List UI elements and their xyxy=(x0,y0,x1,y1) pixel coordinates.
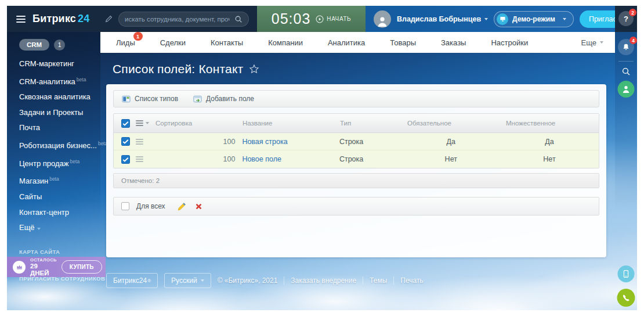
help-badge: 2 xyxy=(629,9,636,16)
notifications-bell-icon[interactable]: 4 xyxy=(618,39,634,55)
select-all-checkbox[interactable] xyxy=(114,119,136,128)
notifications-badge: 4 xyxy=(629,37,637,44)
crm-counter-badge[interactable]: 1 xyxy=(54,40,65,51)
tab-deals[interactable]: Сделки xyxy=(160,38,186,47)
tab-leads[interactable]: Лиды1 xyxy=(116,38,135,47)
help-icon[interactable]: ? 2 xyxy=(618,11,634,26)
bitrix24-app-window: Битрикс24 05:03 НАЧАТЬ xyxy=(7,6,637,310)
tab-settings[interactable]: Настройки xyxy=(491,38,528,47)
footer-divider xyxy=(363,276,363,285)
drag-handle-icon xyxy=(136,139,143,145)
sidebar-item-crm-analytics[interactable]: CRM-аналитикаbeta xyxy=(19,72,100,90)
sidebar-item-end-to-end-analytics[interactable]: Сквозная аналитика xyxy=(19,89,100,105)
table-header-row: Сортировка Название Тип Обязательное Мно… xyxy=(114,114,599,133)
language-selector[interactable]: Русский xyxy=(164,273,211,288)
sidebar-item-sites[interactable]: Сайты xyxy=(19,189,100,205)
tab-more[interactable]: Еще xyxy=(581,38,603,47)
column-header-multiple[interactable]: Множественное xyxy=(501,120,599,127)
timer-value: 05:03 xyxy=(272,10,311,27)
field-name-link[interactable]: Новая строка xyxy=(242,138,287,146)
sidebar-item-contact-center[interactable]: Контакт-центр xyxy=(19,205,100,221)
row-drag-handle[interactable] xyxy=(136,156,155,162)
table-settings-menu[interactable] xyxy=(136,120,155,126)
cell-type: Строка xyxy=(334,138,402,146)
search-zone xyxy=(103,6,257,32)
mobile-app-icon[interactable] xyxy=(618,265,635,282)
play-icon xyxy=(316,15,324,23)
employees-icon[interactable] xyxy=(618,81,635,98)
user-name-menu[interactable]: Владислав Бобрынцев xyxy=(397,15,488,23)
list-types-button[interactable]: Список типов xyxy=(122,95,178,103)
field-name-link[interactable]: Новое поле xyxy=(242,155,281,163)
app-logo[interactable]: Битрикс24 xyxy=(32,13,89,25)
demo-mode-button[interactable]: Демо-режим xyxy=(494,11,574,27)
edit-pencil-icon[interactable] xyxy=(105,15,113,23)
add-field-icon xyxy=(193,95,202,103)
selected-count: Отмечено: 2 xyxy=(121,177,160,184)
for-all-label: Для всех xyxy=(136,202,165,210)
column-header-sort[interactable]: Сортировка xyxy=(155,120,237,127)
tab-contacts[interactable]: Контакты xyxy=(211,38,243,47)
themes-link[interactable]: Темы xyxy=(370,276,387,285)
license-banner: ОСТАЛОСЬ 29 ДНЕЙ КУПИТЬ xyxy=(7,257,106,277)
tab-products[interactable]: Товары xyxy=(390,38,416,47)
sidebar-item-store[interactable]: Магазинbeta xyxy=(19,171,100,189)
footer-brand-button[interactable]: Битрикс24® xyxy=(106,273,158,288)
edit-pencil-icon[interactable] xyxy=(177,202,187,211)
for-all-checkbox[interactable] xyxy=(121,202,129,210)
tab-companies[interactable]: Компании xyxy=(268,38,303,47)
page-title: Список полей: Контакт xyxy=(113,62,615,76)
sidebar-item-crm-marketing[interactable]: CRM-маркетинг xyxy=(19,56,100,72)
search-icon[interactable] xyxy=(234,15,243,23)
sidebar-item-tasks-projects[interactable]: Задачи и Проекты xyxy=(19,105,100,121)
work-timer[interactable]: 05:03 НАЧАТЬ xyxy=(257,6,366,32)
beta-label: beta xyxy=(77,77,86,82)
sidebar-item-rpa[interactable]: Роботизация бизнес...beta xyxy=(19,136,100,154)
timer-start-button[interactable]: НАЧАТЬ xyxy=(316,15,351,23)
bulk-actions-bar: Для всех xyxy=(113,197,599,216)
print-link[interactable]: Печать xyxy=(400,276,423,285)
favorite-star-icon[interactable] xyxy=(249,64,259,74)
right-rail: 4 xyxy=(615,32,637,310)
cell-required: Нет xyxy=(402,155,500,163)
user-avatar[interactable] xyxy=(374,10,391,28)
sidebar-item-mail[interactable]: Почта xyxy=(19,120,100,136)
rail-search-icon[interactable] xyxy=(619,64,633,78)
add-field-button[interactable]: Добавить поле xyxy=(193,95,254,103)
monitor-icon xyxy=(497,13,508,25)
row-checkbox[interactable] xyxy=(114,155,136,164)
phone-icon[interactable] xyxy=(617,289,635,307)
checkbox-checked-icon xyxy=(121,137,130,146)
top-bar: Битрикс24 05:03 НАЧАТЬ xyxy=(7,6,637,32)
search-input[interactable] xyxy=(125,16,230,23)
sidebar-item-sales-center[interactable]: Центр продажbeta xyxy=(19,154,100,172)
chevron-down-icon xyxy=(600,41,603,44)
column-header-name[interactable]: Название xyxy=(237,120,334,127)
logo-zone: Битрикс24 xyxy=(7,6,103,32)
logo-number: 24 xyxy=(78,13,89,24)
topbar-right-cap: ? 2 xyxy=(615,6,637,32)
panel-toolbar: Список типов Добавить поле xyxy=(113,90,599,107)
crm-pill[interactable]: CRM xyxy=(19,39,49,51)
list-icon xyxy=(136,120,143,126)
tab-analytics[interactable]: Аналитика xyxy=(328,38,365,47)
hamburger-menu-icon[interactable] xyxy=(16,16,26,23)
global-search[interactable] xyxy=(118,12,249,27)
rail-divider xyxy=(618,61,634,62)
cell-multiple: Нет xyxy=(500,155,599,163)
buy-button[interactable]: КУПИТЬ xyxy=(61,260,102,274)
row-checkbox[interactable] xyxy=(114,137,136,146)
checkbox-checked-icon xyxy=(121,119,130,128)
table-row: 100 Новая строка Строка Да Да xyxy=(114,133,599,150)
delete-x-icon[interactable] xyxy=(195,203,202,210)
sidebar-item-more[interactable]: Ещё xyxy=(19,220,100,236)
main-area: Лиды1 Сделки Контакты Компании Аналитика… xyxy=(100,32,615,310)
column-header-required[interactable]: Обязательное xyxy=(403,120,501,127)
order-implementation-link[interactable]: Заказать внедрение xyxy=(291,276,356,285)
column-header-type[interactable]: Тип xyxy=(334,120,403,127)
row-drag-handle[interactable] xyxy=(136,139,155,145)
crm-nav-tabs: Лиды1 Сделки Контакты Компании Аналитика… xyxy=(100,32,615,53)
checkbox-checked-icon xyxy=(121,155,130,164)
tab-orders[interactable]: Заказы xyxy=(441,38,466,47)
cell-required: Да xyxy=(402,138,500,146)
